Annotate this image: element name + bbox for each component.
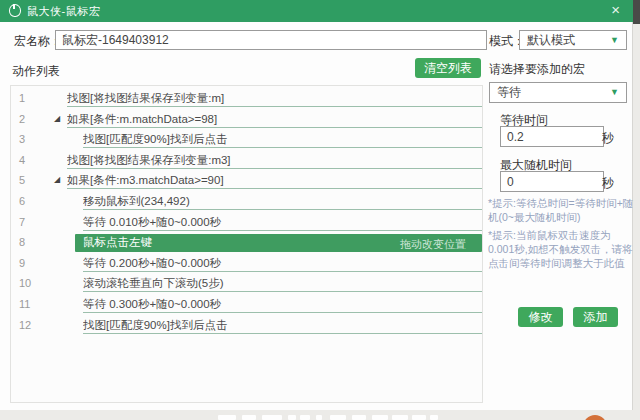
select-macro-label: 请选择要添加的宏 [489, 61, 585, 78]
close-icon[interactable]: × [611, 1, 620, 18]
watermark-cutoff-text [242, 415, 256, 420]
random-time-unit: 秒 [602, 175, 614, 192]
video-bottom-strip [0, 410, 640, 420]
action-row[interactable]: 11等待 0.300秒+随0~0.000秒 [11, 295, 482, 315]
action-text: 如果[条件:m3.matchData>=90] [67, 173, 482, 189]
action-row[interactable]: 12找图[匹配度90%]找到后点击 [11, 316, 482, 336]
action-list-title: 动作列表 [12, 63, 60, 80]
video-frame: 鼠大侠-鼠标宏 × 宏名称： 模式： 默认模式 ▼ 动作列表 清空列表 1找图[… [0, 0, 640, 420]
watermark-cutoff-text [392, 415, 408, 420]
action-row[interactable]: 1找图[将找图结果保存到变量:m] [11, 89, 482, 109]
action-row[interactable]: 5◢如果[条件:m3.matchData>=90] [11, 171, 482, 191]
watermark-cutoff-text [316, 415, 322, 420]
action-text: 移动鼠标到(234,492) [83, 194, 482, 210]
action-text: 滚动滚轮垂直向下滚动(5步) [83, 276, 482, 292]
action-row[interactable]: 2◢如果[条件:m.matchData>=98] [11, 110, 482, 130]
collapse-triangle-icon[interactable]: ◢ [54, 175, 60, 184]
row-number: 3 [19, 133, 25, 145]
action-list[interactable]: 1找图[将找图结果保存到变量:m]2◢如果[条件:m.matchData>=98… [10, 85, 483, 403]
watermark-cutoff-text [412, 415, 426, 420]
row-number: 10 [19, 277, 31, 289]
watermark-cutoff-text [372, 415, 388, 420]
tip-double-click-speed: *提示:当前鼠标双击速度为0.001秒,如想不触发双击，请将点击间等待时间调整大… [488, 228, 634, 270]
app-window: 鼠大侠-鼠标宏 × 宏名称： 模式： 默认模式 ▼ 动作列表 清空列表 1找图[… [0, 0, 633, 410]
titlebar: 鼠大侠-鼠标宏 × [0, 0, 633, 22]
action-text: 等待 0.200秒+随0~0.000秒 [83, 256, 482, 272]
action-row[interactable]: 3找图[匹配度90%]找到后点击 [11, 130, 482, 150]
row-number: 9 [19, 257, 25, 269]
action-text: 找图[将找图结果保存到变量:m] [67, 91, 482, 107]
action-text: 等待 0.300秒+随0~0.000秒 [83, 297, 482, 313]
row-number: 11 [19, 298, 30, 310]
mode-select[interactable]: 默认模式 ▼ [519, 30, 627, 50]
action-row[interactable]: 6移动鼠标到(234,492) [11, 192, 482, 212]
frame-corner-artifact [633, 0, 640, 24]
row-number: 6 [19, 195, 25, 207]
action-row[interactable]: 10滚动滚轮垂直向下滚动(5步) [11, 274, 482, 294]
action-text: 如果[条件:m.matchData>=98] [67, 112, 482, 128]
row-number: 2 [19, 113, 25, 125]
modify-button[interactable]: 修改 [518, 307, 563, 327]
action-row[interactable]: 9等待 0.200秒+随0~0.000秒 [11, 254, 482, 274]
mode-select-value: 默认模式 [527, 32, 575, 49]
wait-time-unit: 秒 [602, 130, 614, 147]
chevron-down-icon: ▼ [610, 87, 619, 97]
clear-list-button[interactable]: 清空列表 [415, 58, 481, 78]
tip-total-wait-time: *提示:等待总时间=等待时间+随机(0~最大随机时间) [488, 196, 634, 224]
row-number: 5 [19, 174, 25, 186]
watermark-cutoff-text [288, 415, 296, 420]
action-row[interactable]: 7等待 0.010秒+随0~0.000秒 [11, 213, 482, 233]
macro-type-value: 等待 [497, 84, 521, 101]
collapse-triangle-icon[interactable]: ◢ [54, 114, 60, 123]
macro-name-input[interactable] [55, 30, 487, 50]
action-text: 等待 0.010秒+随0~0.000秒 [83, 215, 482, 231]
watermark-cutoff-text [430, 415, 438, 420]
row-number: 12 [19, 319, 31, 331]
row-number: 1 [19, 92, 25, 104]
action-row[interactable]: 4找图[将找图结果保存到变量:m3] [11, 151, 482, 171]
app-logo-mouse-icon [9, 4, 21, 17]
row-number: 8 [19, 236, 25, 248]
action-row[interactable]: 8拖动改变位置鼠标点击左键 [11, 233, 482, 253]
action-text: 找图[匹配度90%]找到后点击 [83, 132, 482, 148]
watermark-orange-logo [583, 415, 607, 420]
action-text: 找图[匹配度90%]找到后点击 [83, 318, 482, 334]
watermark-cutoff-text [218, 415, 236, 420]
row-number: 4 [19, 154, 25, 166]
window-title: 鼠大侠-鼠标宏 [27, 4, 100, 19]
add-button[interactable]: 添加 [573, 307, 618, 327]
watermark-cutoff-text [262, 415, 282, 420]
watermark-cutoff-text [330, 415, 346, 420]
wait-time-input[interactable] [500, 126, 604, 147]
action-text: 鼠标点击左键 [83, 235, 482, 251]
watermark-cutoff-text [300, 415, 310, 420]
random-time-input[interactable] [500, 171, 604, 192]
action-text: 找图[将找图结果保存到变量:m3] [67, 153, 482, 169]
watermark-cutoff-text [352, 415, 366, 420]
row-number: 7 [19, 216, 25, 228]
macro-type-select[interactable]: 等待 ▼ [489, 82, 627, 103]
chevron-down-icon: ▼ [610, 35, 619, 45]
